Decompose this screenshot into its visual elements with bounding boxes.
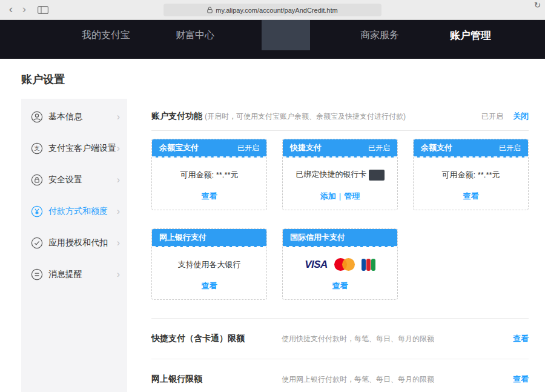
card-international-credit: 国际信用卡支付 VISA 查看 xyxy=(282,228,398,300)
back-icon[interactable]: ‹ xyxy=(5,2,17,16)
card-body: 可用金额: **.**元 xyxy=(152,158,266,191)
card-header: 快捷支付 已开启 xyxy=(283,139,397,158)
section-subtitle: (开启时，可使用支付宝账户余额、余额宝及快捷支付进行付款) xyxy=(205,111,406,122)
forward-icon[interactable]: › xyxy=(18,2,30,16)
status-badge: 已开启 xyxy=(237,143,259,153)
page-content: 账户设置 基本信息 › xyxy=(0,59,545,392)
yuan-icon xyxy=(31,205,43,218)
screen: ‹ › my.alipay.com/account/payAndCredit.h… xyxy=(0,0,545,392)
card-brand-logos: VISA xyxy=(305,258,375,271)
message-icon xyxy=(31,268,43,281)
jcb-logo xyxy=(362,259,375,271)
sidebar-item-app-authorization[interactable]: 应用授权和代扣 › xyxy=(21,227,127,259)
card-quick-pay: 快捷支付 已开启 已绑定快捷的银行卡 添加|管理 xyxy=(282,139,398,210)
link-separator: | xyxy=(339,191,341,201)
section-title: 账户支付功能 xyxy=(151,111,202,122)
chevron-right-icon: › xyxy=(117,238,120,248)
chevron-right-icon: › xyxy=(117,207,120,216)
view-link[interactable]: 查看 xyxy=(513,333,529,344)
manage-link[interactable]: 管理 xyxy=(344,191,360,201)
limit-rows: 快捷支付（含卡通）限额 使用快捷支付付款时，每笔、每日、每月的限额 查看 网上银… xyxy=(151,318,529,392)
sidebar-item-message-reminders[interactable]: 消息提醒 › xyxy=(21,259,127,290)
view-link[interactable]: 查看 xyxy=(513,374,529,385)
lock-icon xyxy=(31,174,43,186)
limit-row-desc: 使用快捷支付付款时，每笔、每日、每月的限额 xyxy=(282,334,513,344)
main-content: 账户支付功能 (开启时，可使用支付宝账户余额、余额宝及快捷支付进行付款) 已开启… xyxy=(151,99,529,392)
card-header: 国际信用卡支付 xyxy=(283,229,397,247)
user-icon xyxy=(31,111,43,123)
view-link[interactable]: 查看 xyxy=(202,191,217,201)
close-link[interactable]: 关闭 xyxy=(513,111,529,122)
svg-text:支: 支 xyxy=(34,145,40,151)
status-badge: 已开启 xyxy=(499,143,521,153)
limit-row-desc: 使用网上银行付款时，每笔、每日、每月的限额 xyxy=(282,374,513,385)
limit-row-title: 网上银行限额 xyxy=(151,374,282,385)
status-enabled-label: 已开启 xyxy=(481,111,503,122)
card-online-banking: 网上银行支付 支持使用各大银行 查看 xyxy=(151,228,267,300)
sidebar-item-label: 应用授权和代扣 xyxy=(48,238,108,248)
payment-function-header: 账户支付功能 (开启时，可使用支付宝账户余额、余额宝及快捷支付进行付款) 已开启… xyxy=(151,99,529,131)
card-title: 国际信用卡支付 xyxy=(290,232,345,243)
payment-cards-grid: 余额宝支付 已开启 可用金额: **.**元 查看 快捷支付 xyxy=(151,139,529,300)
url-text: my.alipay.com/account/payAndCredit.htm xyxy=(216,7,337,14)
url-bar[interactable]: my.alipay.com/account/payAndCredit.htm xyxy=(164,4,382,16)
site-navbar: 我的支付宝 财富中心 商家服务 账户管理 xyxy=(0,20,545,59)
chevron-right-icon: › xyxy=(117,175,120,185)
card-title: 余额支付 xyxy=(421,142,452,153)
card-title: 快捷支付 xyxy=(290,142,322,153)
check-icon xyxy=(31,237,43,249)
refresh-icon[interactable]: ↻ xyxy=(534,1,541,10)
masked-card-number xyxy=(369,170,385,181)
view-link[interactable]: 查看 xyxy=(463,191,479,201)
view-link[interactable]: 查看 xyxy=(202,281,217,290)
sidebar-item-security-settings[interactable]: 安全设置 › xyxy=(21,164,127,196)
chevron-right-icon: › xyxy=(117,112,120,122)
available-amount: 可用金额: **.**元 xyxy=(180,170,238,181)
card-yuebao-pay: 余额宝支付 已开启 可用金额: **.**元 查看 xyxy=(151,139,267,210)
sidebar-item-label: 支付宝客户端设置 xyxy=(48,143,116,154)
sidebar-item-payment-methods[interactable]: 付款方式和额度 › xyxy=(21,196,127,227)
card-body: VISA xyxy=(283,247,397,281)
bank-support-text: 支持使用各大银行 xyxy=(178,259,241,270)
available-amount: 可用金额: **.**元 xyxy=(441,170,500,181)
card-body: 支持使用各大银行 xyxy=(152,247,266,281)
lock-icon xyxy=(207,7,213,13)
card-body: 已绑定快捷的银行卡 xyxy=(283,158,397,191)
bound-card-text: 已绑定快捷的银行卡 xyxy=(296,170,367,179)
chevron-right-icon: › xyxy=(117,270,120,279)
logo-blurred xyxy=(262,20,310,50)
card-title: 网上银行支付 xyxy=(159,232,206,243)
nav-item-my-alipay[interactable]: 我的支付宝 xyxy=(82,29,130,42)
sidebar-item-label: 安全设置 xyxy=(48,174,82,185)
sidebar-item-label: 消息提醒 xyxy=(48,269,82,280)
card-body: 可用金额: **.**元 xyxy=(414,158,528,191)
card-header: 网上银行支付 xyxy=(152,229,266,247)
nav-item-account-management[interactable]: 账户管理 xyxy=(450,28,491,42)
card-header: 余额支付 已开启 xyxy=(414,139,528,158)
status-badge: 已开启 xyxy=(368,143,390,153)
chevron-right-icon: › xyxy=(117,144,120,153)
visa-logo: VISA xyxy=(305,259,328,271)
mastercard-logo xyxy=(334,258,355,271)
page-title: 账户设置 xyxy=(21,72,545,87)
card-balance-pay: 余额支付 已开启 可用金额: **.**元 查看 xyxy=(413,139,529,210)
online-banking-limit-row: 网上银行限额 使用网上银行付款时，每笔、每日、每月的限额 查看 xyxy=(151,359,529,392)
view-link[interactable]: 查看 xyxy=(332,281,348,290)
nav-item-wealth-center[interactable]: 财富中心 xyxy=(176,29,214,42)
limit-row-title: 快捷支付（含卡通）限额 xyxy=(151,333,282,344)
settings-sidebar: 基本信息 › 支 支付宝客户端设置 › xyxy=(21,99,127,392)
nav-item-merchant-services[interactable]: 商家服务 xyxy=(360,29,399,42)
sidebar-item-basic-info[interactable]: 基本信息 › xyxy=(21,101,127,133)
card-header: 余额宝支付 已开启 xyxy=(152,139,266,158)
browser-toolbar: ‹ › my.alipay.com/account/payAndCredit.h… xyxy=(0,0,545,20)
sidebar-item-label: 付款方式和额度 xyxy=(48,206,108,217)
add-link[interactable]: 添加 xyxy=(320,191,336,201)
alipay-client-icon: 支 xyxy=(31,142,43,154)
card-title: 余额宝支付 xyxy=(159,142,199,153)
sidebar-item-label: 基本信息 xyxy=(48,111,82,122)
quick-pay-limit-row: 快捷支付（含卡通）限额 使用快捷支付付款时，每笔、每日、每月的限额 查看 xyxy=(151,318,529,359)
sidebar-toggle-icon[interactable] xyxy=(38,6,48,14)
sidebar-item-client-settings[interactable]: 支 支付宝客户端设置 › xyxy=(21,133,127,164)
